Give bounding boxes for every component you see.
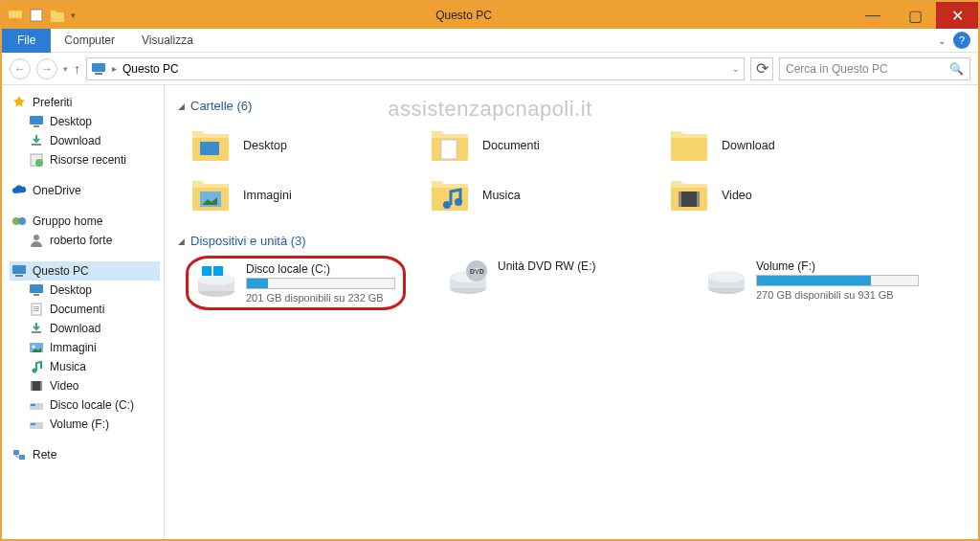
folder-documents[interactable]: Documenti [425, 121, 626, 170]
section-devices-header[interactable]: ◢ Dispositivi e unità (3) [178, 234, 965, 248]
drive-info: Unità DVD RW (E:) [498, 259, 660, 306]
sidebar-item-images[interactable]: Immagini [27, 338, 160, 357]
address-location[interactable]: Questo PC [122, 62, 179, 76]
drives-row: Disco locale (C:) 201 GB disponibili su … [178, 256, 965, 310]
ribbon-tab-computer[interactable]: Computer [51, 30, 128, 51]
sidebar-item-homegroup[interactable]: Gruppo home [10, 212, 160, 231]
help-button[interactable]: ? [953, 32, 970, 49]
svg-point-44 [455, 198, 462, 206]
drive-subtext: 201 GB disponibili su 232 GB [246, 292, 395, 304]
sidebar-label: Download [50, 322, 100, 335]
sidebar-item-desktop2[interactable]: Desktop [27, 281, 160, 300]
ribbon-collapse-icon[interactable]: ⌄ [938, 35, 946, 46]
sidebar-item-favorites[interactable]: Preferiti [10, 93, 160, 112]
folder-video[interactable]: Video [664, 170, 865, 220]
folder-icon [429, 126, 471, 165]
folder-label: Download [722, 139, 775, 152]
sidebar-item-drive-f[interactable]: Volume (F:) [27, 415, 160, 434]
new-folder-icon[interactable] [50, 8, 65, 23]
sidebar-item-user[interactable]: roberto forte [27, 231, 160, 250]
ribbon-tab-view[interactable]: Visualizza [128, 30, 207, 51]
folder-download[interactable]: Download [664, 121, 865, 170]
docs-icon [29, 302, 44, 317]
drive-f[interactable]: Volume (F:) 270 GB disponibili su 931 GB [702, 256, 923, 310]
film-icon [29, 378, 44, 394]
tree-network: Rete [10, 445, 160, 464]
sidebar-item-desktop[interactable]: Desktop [27, 112, 160, 131]
minimize-button[interactable]: — [852, 2, 894, 29]
folder-label: Video [722, 189, 752, 202]
recent-locations-icon[interactable]: ▾ [63, 64, 68, 74]
folder-desktop[interactable]: Desktop [186, 121, 387, 170]
sidebar-item-download[interactable]: Download [27, 131, 160, 150]
folder-icon [429, 176, 471, 214]
folder-label: Documenti [482, 139, 540, 152]
section-title: Dispositivi e unità (3) [190, 234, 306, 248]
hdd-icon [196, 262, 236, 301]
breadcrumb-sep-icon: ▸ [112, 63, 117, 74]
sidebar-item-drive-c[interactable]: Disco locale (C:) [27, 395, 160, 415]
drive-c[interactable]: Disco locale (C:) 201 GB disponibili su … [186, 256, 406, 310]
folder-icon [189, 176, 232, 214]
download-icon [29, 321, 44, 336]
sidebar-label: Gruppo home [33, 214, 102, 228]
explorer-window: ▾ Questo PC — ▢ ✕ File Computer Visualiz… [0, 0, 980, 541]
network-icon [11, 447, 27, 462]
star-icon [11, 95, 27, 110]
sidebar-label: Rete [33, 448, 56, 462]
tree-onedrive: OneDrive [10, 181, 160, 200]
tree-homegroup: Gruppo home roberto forte [10, 212, 160, 250]
drive-dvd[interactable]: Unità DVD RW (E:) [444, 256, 664, 310]
sidebar-item-thispc[interactable]: Questo PC [10, 261, 160, 281]
sidebar-item-music[interactable]: Musica [27, 357, 160, 376]
homegroup-icon [11, 214, 27, 229]
sidebar-item-documents[interactable]: Documenti [27, 300, 160, 319]
close-button[interactable]: ✕ [936, 2, 978, 29]
search-icon: 🔍 [949, 62, 964, 76]
svg-rect-47 [697, 192, 700, 207]
svg-rect-40 [200, 142, 219, 155]
folder-music[interactable]: Musica [425, 170, 626, 220]
drive-name: Disco locale (C:) [246, 262, 395, 276]
section-title: Cartelle (6) [190, 99, 252, 113]
sidebar-label: OneDrive [33, 184, 81, 197]
section-folders-header[interactable]: ◢ Cartelle (6) [178, 99, 965, 113]
back-button[interactable]: ← [10, 58, 31, 79]
up-button[interactable]: ↑ [74, 61, 80, 77]
search-placeholder: Cerca in Questo PC [786, 62, 888, 76]
folder-label: Desktop [243, 139, 287, 152]
sidebar-label: roberto forte [50, 234, 112, 247]
monitor-icon [29, 282, 44, 298]
svg-rect-41 [441, 140, 457, 159]
sidebar-label: Musica [50, 360, 86, 373]
folder-icon [189, 126, 232, 165]
sidebar-label: Questo PC [33, 264, 89, 278]
window-controls: — ▢ ✕ [852, 2, 978, 29]
collapse-icon: ◢ [178, 237, 185, 246]
file-tab[interactable]: File [2, 29, 51, 53]
sidebar-item-download2[interactable]: Download [27, 319, 160, 338]
svg-rect-45 [679, 192, 700, 207]
sidebar-item-recent[interactable]: Risorse recenti [27, 150, 160, 169]
sidebar-item-network[interactable]: Rete [10, 445, 160, 464]
tree-favorites: Preferiti Desktop Download Risorse recen… [10, 93, 160, 169]
sidebar-label: Disco locale (C:) [50, 398, 134, 412]
svg-rect-39 [31, 10, 42, 21]
svg-rect-38 [9, 11, 22, 18]
image-icon [29, 340, 44, 355]
sidebar-label: Desktop [50, 115, 92, 128]
refresh-button[interactable]: ⟳ [750, 57, 773, 80]
search-box[interactable]: Cerca in Questo PC 🔍 [779, 57, 970, 80]
sidebar-item-video[interactable]: Video [27, 376, 160, 395]
sidebar-label: Immagini [50, 341, 97, 354]
forward-button[interactable]: → [36, 58, 57, 79]
cloud-icon [11, 183, 27, 198]
properties-icon[interactable] [29, 8, 44, 23]
address-bar[interactable]: ▸ Questo PC ⌄ [86, 57, 745, 80]
sidebar-item-onedrive[interactable]: OneDrive [10, 181, 160, 200]
sidebar-label: Documenti [50, 303, 104, 316]
maximize-button[interactable]: ▢ [894, 2, 936, 29]
folder-images[interactable]: Immagini [186, 170, 387, 220]
content-pane: ◢ Cartelle (6) Desktop Documenti Downloa… [165, 85, 978, 539]
address-dropdown-icon[interactable]: ⌄ [732, 64, 740, 74]
